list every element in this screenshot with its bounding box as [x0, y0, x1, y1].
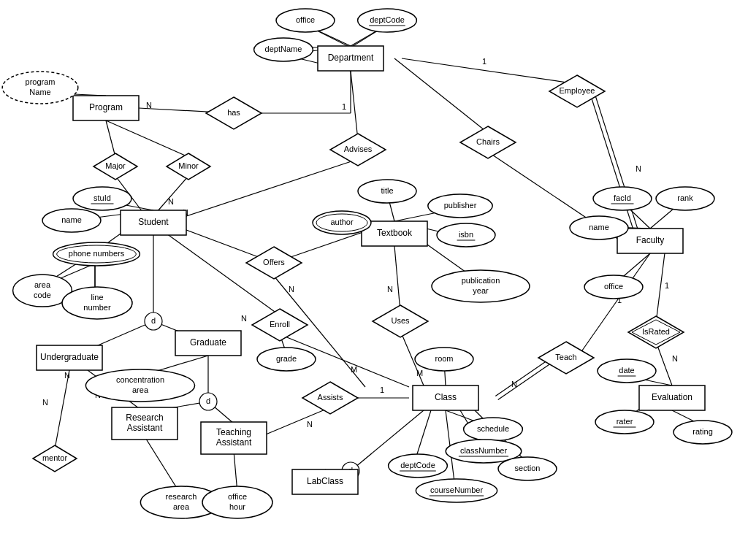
svg-line-90 — [257, 407, 330, 438]
svg-text:Minor: Minor — [178, 161, 199, 170]
svg-text:facId: facId — [614, 193, 631, 202]
svg-text:deptName: deptName — [265, 45, 302, 53]
svg-text:Evaluation: Evaluation — [652, 392, 692, 402]
svg-text:area: area — [173, 502, 190, 511]
svg-text:Major: Major — [105, 161, 126, 170]
svg-text:Enroll: Enroll — [270, 320, 290, 329]
svg-text:deptCode: deptCode — [370, 15, 405, 24]
svg-text:1: 1 — [482, 57, 486, 66]
svg-text:author: author — [330, 218, 354, 226]
svg-text:room: room — [435, 354, 453, 363]
svg-text:number: number — [83, 303, 111, 312]
svg-text:Offers: Offers — [263, 258, 285, 266]
er-diagram: 1NN1NdNNdNNMN1N11NNMN11Nd1NDepartmentPro… — [0, 0, 748, 560]
svg-text:name: name — [589, 223, 609, 231]
svg-text:N: N — [168, 197, 174, 206]
svg-text:Chairs: Chairs — [476, 137, 500, 146]
svg-text:line: line — [91, 293, 103, 302]
svg-text:Class: Class — [435, 392, 457, 402]
svg-line-46 — [167, 234, 280, 315]
svg-line-15 — [106, 120, 115, 157]
svg-text:N: N — [636, 164, 641, 173]
svg-line-55 — [394, 58, 488, 133]
svg-line-96 — [656, 253, 665, 323]
svg-text:publisher: publisher — [444, 201, 477, 210]
svg-text:schedule: schedule — [477, 424, 509, 433]
svg-text:N: N — [289, 285, 294, 294]
svg-text:Assists: Assists — [318, 393, 343, 402]
svg-text:office: office — [228, 492, 247, 501]
svg-line-72 — [394, 246, 400, 312]
svg-text:N: N — [64, 371, 70, 380]
svg-text:M: M — [351, 365, 357, 374]
svg-text:section: section — [515, 464, 541, 472]
svg-text:program: program — [26, 77, 56, 86]
svg-text:Undergraduate: Undergraduate — [40, 352, 99, 362]
svg-text:rater: rater — [617, 417, 633, 426]
svg-text:area: area — [132, 386, 149, 394]
svg-text:Program: Program — [89, 102, 123, 112]
svg-text:1: 1 — [342, 102, 346, 111]
svg-line-58 — [402, 58, 577, 84]
svg-text:phone numbers: phone numbers — [69, 249, 125, 258]
svg-text:1: 1 — [380, 386, 384, 394]
svg-text:Teach: Teach — [555, 353, 576, 361]
svg-text:Assistant: Assistant — [127, 423, 163, 433]
svg-text:Advises: Advises — [344, 145, 373, 153]
svg-text:N: N — [387, 285, 393, 294]
svg-line-20 — [157, 176, 188, 212]
svg-text:LabClass: LabClass — [307, 476, 343, 486]
svg-line-86 — [577, 253, 650, 358]
svg-line-79 — [416, 410, 431, 456]
svg-text:N: N — [146, 101, 152, 110]
svg-text:Name: Name — [29, 88, 50, 96]
svg-text:N: N — [42, 398, 48, 407]
svg-text:N: N — [241, 314, 247, 323]
svg-text:year: year — [473, 286, 489, 295]
svg-text:N: N — [307, 420, 313, 429]
svg-text:office: office — [296, 15, 315, 24]
svg-line-30 — [55, 370, 69, 449]
svg-text:isbn: isbn — [459, 230, 473, 239]
svg-text:rating: rating — [692, 427, 713, 436]
svg-line-84 — [498, 359, 557, 399]
svg-text:title: title — [381, 186, 393, 195]
er-svg: 1NN1NdNNdNNMN1N11NNMN11Nd1NDepartmentPro… — [0, 0, 748, 560]
svg-text:Department: Department — [328, 53, 374, 63]
svg-text:date: date — [619, 366, 634, 375]
svg-text:N: N — [672, 354, 678, 363]
svg-text:grade: grade — [276, 354, 297, 363]
svg-line-51 — [351, 71, 358, 140]
svg-text:mentor: mentor — [42, 453, 68, 462]
svg-text:code: code — [34, 291, 51, 299]
svg-text:Graduate: Graduate — [190, 337, 226, 348]
svg-text:1: 1 — [665, 281, 669, 290]
svg-text:d: d — [206, 396, 210, 405]
svg-text:M: M — [416, 369, 423, 377]
svg-text:classNumber: classNumber — [460, 446, 508, 455]
svg-text:Research: Research — [126, 413, 163, 423]
svg-text:hour: hour — [229, 502, 245, 511]
svg-text:courseNumber: courseNumber — [430, 486, 483, 494]
svg-text:office: office — [604, 282, 623, 291]
svg-text:Employee: Employee — [560, 86, 595, 95]
svg-text:N: N — [511, 380, 517, 388]
svg-text:IsRated: IsRated — [642, 327, 670, 336]
svg-text:Uses: Uses — [391, 316, 410, 325]
svg-text:Teaching: Teaching — [216, 427, 251, 437]
svg-line-98 — [656, 342, 672, 386]
svg-text:Assistant: Assistant — [216, 437, 252, 448]
svg-text:Faculty: Faculty — [636, 235, 665, 245]
svg-text:stuId: stuId — [94, 193, 111, 202]
svg-text:Textbook: Textbook — [377, 228, 413, 238]
svg-text:research: research — [166, 492, 197, 501]
svg-line-16 — [106, 120, 188, 157]
svg-text:deptCode: deptCode — [400, 461, 435, 469]
svg-text:publication: publication — [462, 276, 500, 285]
svg-text:has: has — [227, 108, 240, 117]
svg-text:name: name — [61, 215, 82, 224]
svg-text:d: d — [151, 316, 156, 325]
svg-text:rank: rank — [677, 193, 693, 202]
svg-text:area: area — [34, 280, 51, 289]
svg-text:Student: Student — [138, 217, 169, 227]
